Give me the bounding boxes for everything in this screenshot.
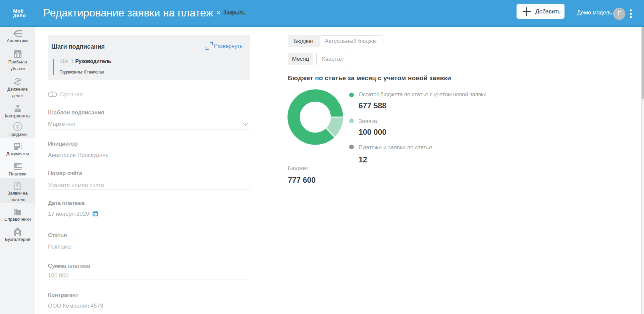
svg-text:$: $ (16, 124, 19, 129)
svg-text:₽: ₽ (16, 80, 19, 84)
svg-text:$: $ (16, 183, 18, 187)
